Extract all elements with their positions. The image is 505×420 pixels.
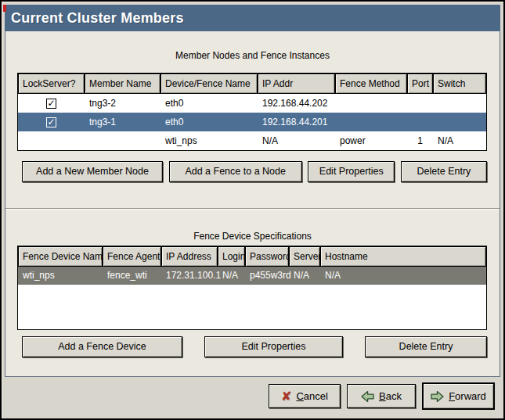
dialog-window: Current Cluster Members Member Nodes and… — [0, 0, 505, 420]
switch-cell — [433, 94, 486, 113]
forward-arrow-icon — [431, 390, 444, 403]
column-header-fence-method[interactable]: Fence Method — [335, 74, 407, 94]
login-cell: N/A — [218, 267, 245, 285]
device-fence-name-cell: eth0 — [161, 113, 258, 131]
member-name-cell — [85, 131, 161, 150]
column-header-switch[interactable]: Switch — [433, 74, 486, 94]
column-header-port[interactable]: Port — [407, 74, 433, 94]
add-new-member-node-button[interactable]: Add a New Member Node — [22, 161, 163, 182]
column-header-device-fence-name[interactable]: Device/Fence Name — [161, 74, 258, 94]
lockserver-checkbox[interactable]: ✓ — [46, 99, 56, 109]
cancel-button[interactable]: ✘ Cancel — [269, 384, 341, 408]
hostname-cell: N/A — [320, 267, 486, 285]
column-header-login[interactable]: Login — [218, 246, 245, 267]
table-row-tng3-2[interactable]: ✓ tng3-2 eth0 192.168.44.202 — [18, 94, 486, 113]
lockserver-cell: ✓ — [18, 94, 85, 113]
fence-section-title: Fence Device Specifications — [5, 231, 500, 242]
fence-method-cell — [335, 113, 407, 131]
server-cell: N/A — [289, 267, 320, 285]
device-fence-name-cell: eth0 — [161, 94, 258, 113]
add-fence-to-node-button[interactable]: Add a Fence to a Node — [169, 161, 302, 182]
dialog-title-bar: Current Cluster Members — [5, 5, 500, 31]
switch-cell — [433, 113, 486, 131]
lockserver-checkbox[interactable]: ✓ — [46, 117, 56, 127]
password-cell: p455w3rd — [245, 267, 289, 285]
column-header-member-name[interactable]: Member Name — [85, 74, 161, 94]
delete-fence-entry-button[interactable]: Delete Entry — [365, 336, 487, 357]
table-row-wti-nps-device-selected[interactable]: wti_nps fence_wti 172.31.100.1 N/A p455w… — [18, 267, 486, 285]
back-button[interactable]: Back — [347, 384, 416, 408]
cancel-x-icon: ✘ — [281, 390, 291, 403]
wizard-page: Member Nodes and Fence Instances LockSer… — [5, 31, 500, 377]
member-name-cell: tng3-2 — [85, 94, 161, 113]
port-cell: 1 — [407, 131, 433, 150]
column-header-ip-addr[interactable]: IP Addr — [258, 74, 335, 94]
fence-table-body: wti_nps fence_wti 172.31.100.1 N/A p455w… — [18, 267, 486, 329]
column-header-ip-address[interactable]: IP Address — [161, 246, 218, 267]
port-cell — [407, 113, 433, 131]
column-header-fence-agent[interactable]: Fence Agent — [103, 246, 161, 267]
column-header-hostname[interactable]: Hostname — [320, 246, 486, 267]
fence-table-header: Fence Device Name Fence Agent IP Address… — [18, 246, 486, 267]
forward-button[interactable]: Forward — [422, 382, 495, 410]
ip-addr-cell: N/A — [258, 131, 335, 150]
member-table-body: ✓ tng3-2 eth0 192.168.44.202 ✓ tng3-1 et… — [18, 94, 486, 150]
column-header-server[interactable]: Server — [289, 246, 320, 267]
member-nodes-table: LockServer? Member Name Device/Fence Nam… — [17, 73, 487, 151]
ip-address-cell: 172.31.100.1 — [161, 267, 218, 285]
fence-devices-table: Fence Device Name Fence Agent IP Address… — [17, 246, 487, 330]
check-icon: ✓ — [47, 99, 55, 108]
column-header-fence-device-name[interactable]: Fence Device Name — [18, 246, 103, 267]
table-row-tng3-1-selected[interactable]: ✓ tng3-1 eth0 192.168.44.201 — [18, 113, 486, 131]
add-fence-device-button[interactable]: Add a Fence Device — [22, 336, 182, 357]
fence-buttons-row: Add a Fence Device Edit Properties Delet… — [22, 336, 487, 357]
member-section-title: Member Nodes and Fence Instances — [5, 50, 500, 62]
member-buttons-row: Add a New Member Node Add a Fence to a N… — [22, 161, 487, 182]
member-table-header: LockServer? Member Name Device/Fence Nam… — [18, 74, 486, 94]
lockserver-cell: ✓ — [18, 113, 85, 131]
edit-fence-properties-button[interactable]: Edit Properties — [204, 336, 343, 357]
page-title: Current Cluster Members — [11, 10, 184, 26]
fence-agent-cell: fence_wti — [103, 267, 161, 285]
port-cell — [407, 94, 433, 113]
delete-entry-button[interactable]: Delete Entry — [401, 161, 487, 182]
check-icon: ✓ — [47, 118, 55, 127]
table-row-wti-nps-instance[interactable]: wti_nps N/A power 1 N/A — [18, 131, 486, 150]
ip-addr-cell: 192.168.44.201 — [258, 113, 335, 131]
wizard-action-area: ✘ Cancel Back Forward — [5, 377, 500, 415]
ip-addr-cell: 192.168.44.202 — [258, 94, 335, 113]
forward-button-label: Forward — [449, 390, 486, 402]
window-decoration-artifact — [3, 5, 6, 12]
fence-method-cell: power — [335, 131, 407, 150]
fence-device-name-cell: wti_nps — [18, 267, 103, 285]
lockserver-cell-empty — [18, 131, 85, 150]
column-header-password[interactable]: Password — [245, 246, 289, 267]
cancel-button-label: Cancel — [296, 390, 327, 402]
fence-method-cell — [335, 94, 407, 113]
device-fence-name-cell: wti_nps — [161, 131, 258, 150]
member-name-cell: tng3-1 — [85, 113, 161, 131]
back-button-label: Back — [379, 390, 402, 402]
back-arrow-icon — [361, 390, 374, 403]
edit-properties-button[interactable]: Edit Properties — [308, 161, 395, 182]
section-separator — [5, 208, 500, 210]
switch-cell: N/A — [433, 131, 486, 150]
column-header-lockserver[interactable]: LockServer? — [18, 74, 85, 94]
